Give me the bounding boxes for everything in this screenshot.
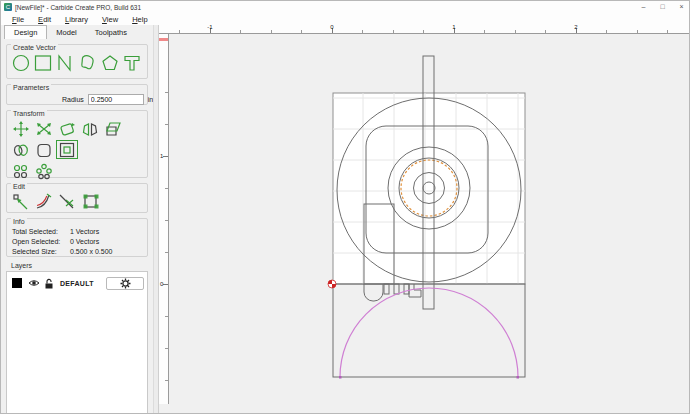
round-corners-icon	[34, 141, 54, 159]
canvas-svg	[169, 34, 690, 404]
design-panel: Create Vector Parameters Radiu	[1, 39, 153, 414]
stock-area	[333, 93, 525, 284]
transform-label: Transform	[11, 110, 47, 118]
circular-array-icon	[34, 162, 54, 180]
info-selected-size: Selected Size: 0.500 x 0.500	[10, 247, 144, 257]
total-selected-value: 1 Vectors	[70, 227, 99, 237]
join-vectors-tool-button[interactable]	[79, 192, 101, 211]
vector-step-shape[interactable]	[409, 284, 421, 297]
layer-settings-button[interactable]	[106, 277, 144, 290]
boolean-icon	[11, 141, 31, 159]
trim-icon	[57, 192, 77, 211]
text-tool-button[interactable]	[122, 53, 143, 72]
unlock-icon	[44, 278, 54, 289]
open-selected-value: 0 Vectors	[70, 237, 99, 247]
fillet-icon	[34, 192, 54, 211]
layer-visibility-toggle[interactable]	[28, 278, 40, 288]
rotate-tool-button[interactable]	[56, 119, 78, 138]
tab-design[interactable]: Design	[4, 25, 47, 39]
move-tool-button[interactable]	[10, 119, 32, 138]
parameters-label: Parameters	[11, 84, 51, 92]
node-select-icon	[11, 192, 31, 211]
layer-lock-toggle[interactable]	[44, 278, 54, 289]
circular-array-tool-button[interactable]	[33, 161, 55, 180]
scale-tool-button[interactable]	[33, 119, 55, 138]
polygon-icon	[100, 53, 120, 73]
join-vectors-icon	[80, 192, 100, 211]
semicircle-node-left[interactable]	[339, 376, 342, 379]
rotate-icon	[57, 120, 77, 138]
edit-label: Edit	[11, 183, 27, 191]
info-total-selected: Total Selected: 1 Vectors	[10, 227, 144, 237]
text-icon	[122, 53, 142, 73]
menu-bar: File Edit Library View Help	[1, 13, 690, 25]
menu-edit[interactable]: Edit	[31, 15, 58, 24]
radius-label: Radius	[62, 96, 84, 103]
offset-tool-button[interactable]	[56, 140, 78, 159]
tab-model[interactable]: Model	[47, 26, 85, 39]
minimize-button[interactable]: –	[634, 1, 653, 13]
radius-input[interactable]	[88, 94, 144, 105]
horizontal-ruler: -1012	[159, 25, 690, 34]
skew-icon	[103, 120, 123, 138]
node-select-tool-button[interactable]	[10, 192, 32, 211]
gear-icon	[120, 278, 131, 289]
polyline-icon	[55, 53, 75, 73]
design-canvas[interactable]	[169, 34, 690, 404]
menu-help[interactable]: Help	[125, 15, 154, 24]
curve-icon	[78, 53, 98, 73]
skew-tool-button[interactable]	[102, 119, 124, 138]
info-open-selected: Open Selected: 0 Vectors	[10, 237, 144, 247]
maximize-button[interactable]: □	[653, 1, 672, 13]
offset-icon	[57, 141, 77, 159]
linear-array-tool-button[interactable]	[10, 161, 32, 180]
info-group: Info Total Selected: 1 Vectors Open Sele…	[6, 218, 148, 257]
vertical-ruler: 10	[159, 34, 169, 404]
create-vector-group: Create Vector	[6, 44, 148, 79]
linear-array-icon	[11, 162, 31, 180]
menu-view[interactable]: View	[95, 15, 125, 24]
mirror-icon	[80, 120, 100, 138]
layers-list: DEFAULT	[6, 271, 148, 414]
layer-row-default[interactable]: DEFAULT	[10, 275, 144, 291]
boolean-tool-button[interactable]	[10, 140, 32, 159]
round-corners-tool-button[interactable]	[33, 140, 55, 159]
mode-tabs: Design Model Toolpaths	[1, 25, 153, 39]
scale-icon	[34, 120, 54, 138]
polygon-tool-button[interactable]	[99, 53, 120, 72]
layer-color-swatch[interactable]	[12, 278, 22, 288]
create-vector-label: Create Vector	[11, 44, 58, 52]
title-bar: C [NewFile]* - Carbide Create PRO, Build…	[1, 1, 690, 13]
origin-marker	[328, 280, 336, 288]
move-icon	[11, 120, 31, 138]
selected-size-value: 0.500 x 0.500	[70, 247, 112, 257]
tab-toolpaths[interactable]: Toolpaths	[86, 26, 136, 39]
circle-tool-button[interactable]	[10, 53, 31, 72]
vector-u-shape[interactable]	[364, 284, 383, 301]
app-icon: C	[4, 3, 12, 11]
rectangle-icon	[33, 53, 53, 73]
info-label: Info	[11, 218, 27, 226]
curve-tool-button[interactable]	[77, 53, 98, 72]
layers-label: Layers	[11, 262, 153, 269]
rectangle-tool-button[interactable]	[32, 53, 53, 72]
semicircle-node-right[interactable]	[517, 376, 520, 379]
mirror-tool-button[interactable]	[79, 119, 101, 138]
fillet-tool-button[interactable]	[33, 192, 55, 211]
eye-icon	[28, 278, 40, 288]
parameters-group: Parameters Radius in	[6, 84, 148, 105]
menu-library[interactable]: Library	[58, 15, 95, 24]
vector-lower-rectangle[interactable]	[333, 284, 525, 377]
polyline-tool-button[interactable]	[55, 53, 76, 72]
transform-group: Transform	[6, 110, 148, 178]
layer-name: DEFAULT	[60, 280, 94, 287]
edit-group: Edit	[6, 183, 148, 213]
trim-tool-button[interactable]	[56, 192, 78, 211]
menu-file[interactable]: File	[5, 15, 31, 24]
close-button[interactable]: ×	[672, 1, 690, 13]
window-title: [NewFile]* - Carbide Create PRO, Build 6…	[15, 4, 141, 11]
vector-magenta-semicircle[interactable]	[340, 288, 518, 377]
vector-comb-teeth[interactable]	[384, 284, 409, 294]
circle-icon	[11, 53, 31, 73]
ruler-position-marker	[159, 38, 169, 41]
